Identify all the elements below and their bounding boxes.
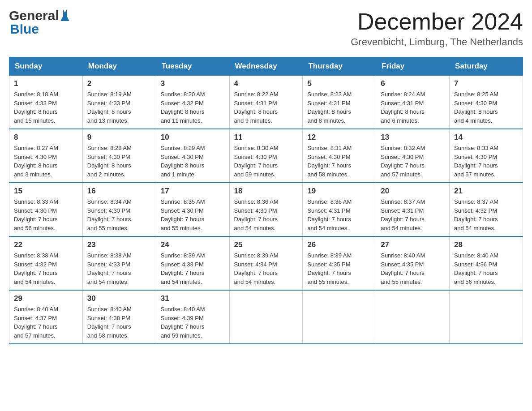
page-header: General Blue December 2024 Grevenbicht, … xyxy=(9,9,523,48)
day-info: Sunrise: 8:36 AMSunset: 4:30 PMDaylight:… xyxy=(234,197,298,232)
day-info: Sunrise: 8:20 AMSunset: 4:32 PMDaylight:… xyxy=(161,90,225,125)
calendar-table: SundayMondayTuesdayWednesdayThursdayFrid… xyxy=(9,57,523,344)
day-number: 27 xyxy=(381,240,445,249)
header-tuesday: Tuesday xyxy=(156,57,229,76)
calendar-cell: 15 Sunrise: 8:33 AMSunset: 4:30 PMDaylig… xyxy=(9,183,83,236)
day-info: Sunrise: 8:28 AMSunset: 4:30 PMDaylight:… xyxy=(87,144,151,179)
calendar-week-row: 22 Sunrise: 8:38 AMSunset: 4:32 PMDaylig… xyxy=(9,236,523,290)
header-thursday: Thursday xyxy=(303,57,376,76)
day-number: 7 xyxy=(454,79,518,88)
day-info: Sunrise: 8:31 AMSunset: 4:30 PMDaylight:… xyxy=(307,144,371,179)
day-number: 5 xyxy=(307,79,371,88)
day-number: 21 xyxy=(454,187,518,196)
day-info: Sunrise: 8:24 AMSunset: 4:31 PMDaylight:… xyxy=(381,90,445,125)
day-number: 29 xyxy=(14,294,78,303)
calendar-cell: 21 Sunrise: 8:37 AMSunset: 4:32 PMDaylig… xyxy=(450,183,523,236)
day-number: 24 xyxy=(161,240,225,249)
calendar-cell: 31 Sunrise: 8:40 AMSunset: 4:39 PMDaylig… xyxy=(156,290,229,344)
calendar-cell: 4 Sunrise: 8:22 AMSunset: 4:31 PMDayligh… xyxy=(229,76,303,129)
day-number: 8 xyxy=(14,133,78,142)
calendar-cell: 5 Sunrise: 8:23 AMSunset: 4:31 PMDayligh… xyxy=(303,76,376,129)
calendar-cell: 14 Sunrise: 8:33 AMSunset: 4:30 PMDaylig… xyxy=(450,129,523,183)
header-friday: Friday xyxy=(376,57,450,76)
day-info: Sunrise: 8:37 AMSunset: 4:32 PMDaylight:… xyxy=(454,197,518,232)
day-info: Sunrise: 8:36 AMSunset: 4:31 PMDaylight:… xyxy=(307,197,371,232)
calendar-cell xyxy=(376,290,450,344)
day-info: Sunrise: 8:33 AMSunset: 4:30 PMDaylight:… xyxy=(14,197,78,232)
day-number: 15 xyxy=(14,187,78,196)
header-monday: Monday xyxy=(82,57,156,76)
calendar-cell: 1 Sunrise: 8:18 AMSunset: 4:33 PMDayligh… xyxy=(9,76,83,129)
calendar-cell: 2 Sunrise: 8:19 AMSunset: 4:33 PMDayligh… xyxy=(82,76,156,129)
day-number: 12 xyxy=(307,133,371,142)
day-info: Sunrise: 8:38 AMSunset: 4:33 PMDaylight:… xyxy=(87,251,151,286)
calendar-cell: 11 Sunrise: 8:30 AMSunset: 4:30 PMDaylig… xyxy=(229,129,303,183)
day-number: 10 xyxy=(161,133,225,142)
day-number: 11 xyxy=(234,133,298,142)
calendar-cell: 9 Sunrise: 8:28 AMSunset: 4:30 PMDayligh… xyxy=(82,129,156,183)
day-info: Sunrise: 8:32 AMSunset: 4:30 PMDaylight:… xyxy=(381,144,445,179)
calendar-week-row: 15 Sunrise: 8:33 AMSunset: 4:30 PMDaylig… xyxy=(9,183,523,236)
calendar-cell: 17 Sunrise: 8:35 AMSunset: 4:30 PMDaylig… xyxy=(156,183,229,236)
day-number: 22 xyxy=(14,240,78,249)
calendar-cell: 27 Sunrise: 8:40 AMSunset: 4:35 PMDaylig… xyxy=(376,236,450,290)
header-sunday: Sunday xyxy=(9,57,83,76)
calendar-cell: 29 Sunrise: 8:40 AMSunset: 4:37 PMDaylig… xyxy=(9,290,83,344)
day-number: 14 xyxy=(454,133,518,142)
day-number: 20 xyxy=(381,187,445,196)
day-number: 6 xyxy=(381,79,445,88)
calendar-cell: 7 Sunrise: 8:25 AMSunset: 4:30 PMDayligh… xyxy=(450,76,523,129)
day-number: 31 xyxy=(161,294,225,303)
day-info: Sunrise: 8:34 AMSunset: 4:30 PMDaylight:… xyxy=(87,197,151,232)
calendar-header-row: SundayMondayTuesdayWednesdayThursdayFrid… xyxy=(9,57,523,76)
calendar-cell: 26 Sunrise: 8:39 AMSunset: 4:35 PMDaylig… xyxy=(303,236,376,290)
day-number: 2 xyxy=(87,79,151,88)
calendar-cell: 8 Sunrise: 8:27 AMSunset: 4:30 PMDayligh… xyxy=(9,129,83,183)
day-info: Sunrise: 8:25 AMSunset: 4:30 PMDaylight:… xyxy=(454,90,518,125)
calendar-cell: 10 Sunrise: 8:29 AMSunset: 4:30 PMDaylig… xyxy=(156,129,229,183)
day-info: Sunrise: 8:40 AMSunset: 4:35 PMDaylight:… xyxy=(381,251,445,286)
calendar-cell: 18 Sunrise: 8:36 AMSunset: 4:30 PMDaylig… xyxy=(229,183,303,236)
day-number: 17 xyxy=(161,187,225,196)
day-info: Sunrise: 8:40 AMSunset: 4:38 PMDaylight:… xyxy=(87,305,151,340)
day-number: 28 xyxy=(454,240,518,249)
month-title: December 2024 xyxy=(351,9,523,34)
calendar-week-row: 8 Sunrise: 8:27 AMSunset: 4:30 PMDayligh… xyxy=(9,129,523,183)
logo-blue-text: Blue xyxy=(10,21,39,36)
day-info: Sunrise: 8:23 AMSunset: 4:31 PMDaylight:… xyxy=(307,90,371,125)
day-info: Sunrise: 8:35 AMSunset: 4:30 PMDaylight:… xyxy=(161,197,225,232)
day-number: 4 xyxy=(234,79,298,88)
calendar-cell: 25 Sunrise: 8:39 AMSunset: 4:34 PMDaylig… xyxy=(229,236,303,290)
calendar-cell: 13 Sunrise: 8:32 AMSunset: 4:30 PMDaylig… xyxy=(376,129,450,183)
calendar-cell: 22 Sunrise: 8:38 AMSunset: 4:32 PMDaylig… xyxy=(9,236,83,290)
day-info: Sunrise: 8:39 AMSunset: 4:34 PMDaylight:… xyxy=(234,251,298,286)
day-number: 9 xyxy=(87,133,151,142)
calendar-cell: 24 Sunrise: 8:39 AMSunset: 4:33 PMDaylig… xyxy=(156,236,229,290)
header-saturday: Saturday xyxy=(450,57,523,76)
logo-general-text: General xyxy=(9,9,59,22)
calendar-cell: 6 Sunrise: 8:24 AMSunset: 4:31 PMDayligh… xyxy=(376,76,450,129)
day-number: 25 xyxy=(234,240,298,249)
day-info: Sunrise: 8:27 AMSunset: 4:30 PMDaylight:… xyxy=(14,144,78,179)
day-number: 3 xyxy=(161,79,225,88)
day-info: Sunrise: 8:33 AMSunset: 4:30 PMDaylight:… xyxy=(454,144,518,179)
day-info: Sunrise: 8:19 AMSunset: 4:33 PMDaylight:… xyxy=(87,90,151,125)
calendar-cell: 28 Sunrise: 8:40 AMSunset: 4:36 PMDaylig… xyxy=(450,236,523,290)
day-number: 1 xyxy=(14,79,78,88)
calendar-cell xyxy=(303,290,376,344)
location-subtitle: Grevenbicht, Limburg, The Netherlands xyxy=(351,36,523,48)
day-info: Sunrise: 8:30 AMSunset: 4:30 PMDaylight:… xyxy=(234,144,298,179)
day-info: Sunrise: 8:38 AMSunset: 4:32 PMDaylight:… xyxy=(14,251,78,286)
logo: General Blue xyxy=(9,9,73,36)
day-number: 19 xyxy=(307,187,371,196)
calendar-cell: 23 Sunrise: 8:38 AMSunset: 4:33 PMDaylig… xyxy=(82,236,156,290)
calendar-cell xyxy=(450,290,523,344)
day-info: Sunrise: 8:40 AMSunset: 4:37 PMDaylight:… xyxy=(14,305,78,340)
day-info: Sunrise: 8:29 AMSunset: 4:30 PMDaylight:… xyxy=(161,144,225,179)
header-wednesday: Wednesday xyxy=(229,57,303,76)
day-number: 30 xyxy=(87,294,151,303)
calendar-cell: 12 Sunrise: 8:31 AMSunset: 4:30 PMDaylig… xyxy=(303,129,376,183)
day-info: Sunrise: 8:18 AMSunset: 4:33 PMDaylight:… xyxy=(14,90,78,125)
day-number: 23 xyxy=(87,240,151,249)
calendar-cell: 16 Sunrise: 8:34 AMSunset: 4:30 PMDaylig… xyxy=(82,183,156,236)
